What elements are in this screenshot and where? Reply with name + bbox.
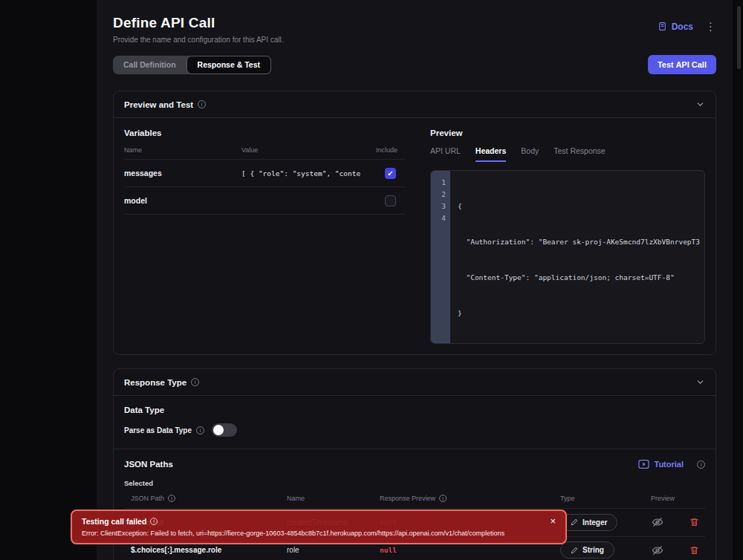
docs-link[interactable]: Docs bbox=[658, 22, 693, 32]
scrollbar[interactable] bbox=[737, 6, 741, 69]
data-type-title: Data Type bbox=[124, 406, 705, 414]
type-button[interactable]: Integer bbox=[560, 514, 617, 531]
col-name: Name bbox=[124, 146, 241, 154]
tab-api-url[interactable]: API URL bbox=[430, 146, 461, 162]
col-value: Value bbox=[241, 146, 369, 154]
parse-as-data-type-toggle[interactable] bbox=[212, 423, 237, 437]
col-preview: Preview bbox=[651, 495, 675, 502]
col-name: Name bbox=[287, 495, 305, 502]
code-line-numbers: 1 2 3 4 bbox=[431, 171, 450, 343]
info-icon: i bbox=[439, 495, 447, 502]
delete-icon[interactable] bbox=[690, 517, 699, 527]
variable-row-messages: messages [ { "role": "system", "conte ✓ bbox=[124, 160, 405, 187]
info-icon: i bbox=[191, 378, 199, 386]
variable-name: messages bbox=[124, 169, 241, 178]
page-header: Define API Call Provide the name and con… bbox=[113, 15, 716, 44]
page-subtitle: Provide the name and configuration for t… bbox=[113, 36, 284, 44]
pencil-icon bbox=[571, 518, 578, 526]
data-type-section: Data Type Parse as Data Type i bbox=[114, 396, 716, 449]
type-button[interactable]: String bbox=[560, 541, 614, 559]
toast-close-icon[interactable]: × bbox=[550, 516, 556, 526]
info-icon: i bbox=[697, 460, 705, 469]
pencil-icon bbox=[571, 547, 578, 554]
json-path-name[interactable]: role bbox=[280, 546, 373, 554]
response-type-header[interactable]: Response Type i bbox=[114, 369, 716, 396]
col-type: Type bbox=[560, 495, 575, 502]
define-api-call-panel: Define API Call Provide the name and con… bbox=[97, 0, 733, 560]
col-include: Include bbox=[369, 146, 405, 154]
toggle-knob bbox=[213, 425, 224, 435]
col-json-path: JSON Path bbox=[131, 495, 164, 502]
variable-row-model: model bbox=[124, 187, 405, 215]
tutorial-link[interactable]: Tutorial bbox=[638, 460, 684, 469]
json-path-value[interactable]: $.choices[:].message.role bbox=[124, 546, 280, 554]
chevron-down-icon[interactable] bbox=[695, 377, 705, 387]
col-response-preview: Response Preview bbox=[380, 495, 435, 502]
variables-title: Variables bbox=[124, 128, 405, 137]
variable-name: model bbox=[124, 196, 241, 205]
toast-title: Testing call failed bbox=[82, 517, 146, 526]
response-type-title: Response Type bbox=[124, 378, 186, 387]
tabs-row: Call Definition Response & Test Test API… bbox=[113, 55, 716, 74]
docs-icon bbox=[658, 22, 667, 31]
video-icon bbox=[638, 460, 649, 469]
parse-as-data-type-label: Parse as Data Type bbox=[124, 426, 192, 434]
error-toast: Testing call failed i × Error: ClientExc… bbox=[71, 509, 567, 544]
info-icon: i bbox=[198, 100, 206, 108]
docs-label: Docs bbox=[672, 22, 693, 32]
headers-code-block[interactable]: 1 2 3 4 { "Authorization": "Bearer sk-pr… bbox=[430, 170, 705, 344]
page-title: Define API Call bbox=[113, 15, 284, 31]
tab-test-response[interactable]: Test Response bbox=[554, 146, 605, 162]
selected-label: Selected bbox=[124, 479, 705, 487]
delete-icon[interactable] bbox=[690, 545, 699, 556]
preview-tabs: API URL Headers Body Test Response bbox=[430, 146, 705, 162]
include-checkbox[interactable]: ✓ bbox=[385, 168, 396, 179]
tab-switcher: Call Definition Response & Test bbox=[113, 56, 271, 74]
info-icon: i bbox=[150, 518, 158, 525]
eye-off-icon[interactable] bbox=[652, 516, 663, 528]
include-checkbox[interactable] bbox=[385, 195, 396, 206]
json-paths-title: JSON Paths bbox=[124, 460, 173, 469]
response-preview-value: null bbox=[373, 546, 554, 554]
test-api-call-button[interactable]: Test API Call bbox=[648, 55, 716, 74]
info-icon: i bbox=[196, 426, 204, 434]
info-icon: i bbox=[168, 495, 175, 502]
preview-and-test-card: Preview and Test i Variables Name Value … bbox=[113, 91, 716, 355]
variables-section: Variables Name Value Include messages [ … bbox=[124, 128, 405, 344]
variables-table-header: Name Value Include bbox=[124, 137, 405, 160]
eye-off-icon[interactable] bbox=[652, 544, 663, 556]
preview-section: Preview API URL Headers Body Test Respon… bbox=[430, 128, 705, 344]
tab-call-definition[interactable]: Call Definition bbox=[113, 56, 186, 74]
tutorial-label: Tutorial bbox=[654, 460, 684, 469]
toast-message: Error: ClientException: Failed to fetch,… bbox=[82, 530, 556, 537]
preview-title: Preview bbox=[430, 128, 705, 137]
json-paths-table-header: JSON Pathi Name Response Previewi Type P… bbox=[124, 487, 705, 509]
tab-headers[interactable]: Headers bbox=[476, 146, 506, 162]
preview-and-test-header[interactable]: Preview and Test i bbox=[114, 91, 716, 118]
preview-and-test-title: Preview and Test bbox=[124, 100, 193, 109]
chevron-down-icon[interactable] bbox=[695, 100, 705, 109]
variable-value[interactable]: [ { "role": "system", "conte bbox=[241, 169, 369, 178]
tab-response-and-test[interactable]: Response & Test bbox=[186, 56, 271, 74]
tab-body[interactable]: Body bbox=[521, 146, 539, 162]
kebab-menu-icon[interactable]: ⋮ bbox=[705, 21, 716, 32]
code-content: { "Authorization": "Bearer sk-proj-AKeSm… bbox=[450, 171, 704, 343]
